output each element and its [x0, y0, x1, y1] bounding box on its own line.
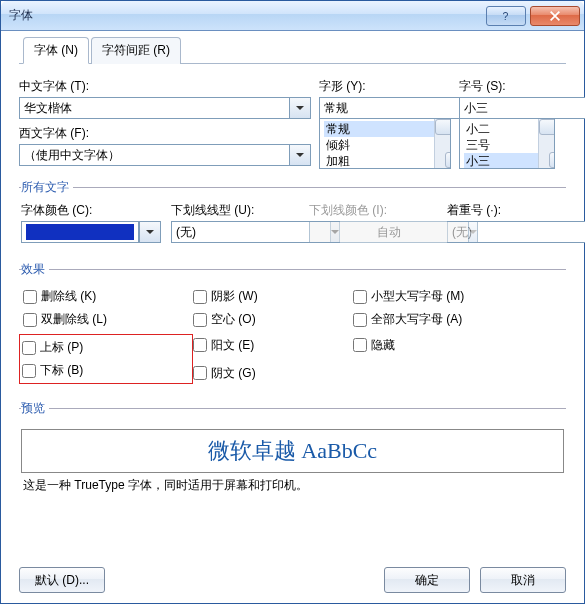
font-color-drop[interactable] — [139, 221, 161, 243]
underline-style-label: 下划线线型 (U): — [171, 202, 301, 219]
all-text-group: 所有文字 字体颜色 (C): 下划线线型 (U): — [19, 179, 566, 251]
shadow-checkbox[interactable]: 阴影 (W) — [193, 288, 353, 305]
chevron-up-icon — [554, 119, 555, 155]
size-listbox[interactable]: 小二 三号 小三 — [459, 119, 555, 169]
cn-font-input[interactable] — [19, 97, 289, 119]
svg-text:?: ? — [503, 9, 509, 21]
style-scrollbar[interactable] — [434, 119, 450, 168]
default-button[interactable]: 默认 (D)... — [19, 567, 105, 593]
underline-color-input — [309, 221, 468, 243]
west-font-input[interactable] — [19, 144, 289, 166]
smallcaps-checkbox[interactable]: 小型大写字母 (M) — [353, 288, 523, 305]
hidden-checkbox[interactable]: 隐藏 — [353, 334, 523, 356]
size-label: 字号 (S): — [459, 78, 555, 95]
color-sample — [26, 224, 134, 240]
close-button[interactable] — [530, 6, 580, 26]
engrave-checkbox[interactable]: 阴文 (G) — [193, 362, 353, 384]
chevron-down-icon — [469, 228, 477, 236]
font-description: 这是一种 TrueType 字体，同时适用于屏幕和打印机。 — [23, 477, 562, 494]
chevron-up-icon — [450, 119, 451, 155]
all-text-legend: 所有文字 — [21, 179, 73, 196]
superscript-checkbox[interactable]: 上标 (P) — [22, 339, 190, 356]
dialog-footer: 默认 (D)... 确定 取消 — [19, 567, 566, 593]
strike-checkbox[interactable]: 删除线 (K) — [23, 288, 193, 305]
style-listbox[interactable]: 常规 倾斜 加粗 — [319, 119, 451, 169]
cn-font-combo[interactable] — [19, 97, 311, 119]
scroll-down[interactable] — [445, 152, 451, 168]
effects-legend: 效果 — [21, 261, 49, 278]
style-input-wrap — [319, 97, 451, 119]
scroll-up[interactable] — [539, 119, 555, 135]
list-item[interactable]: 倾斜 — [324, 137, 446, 153]
close-icon — [548, 9, 562, 23]
preview-text: 微软卓越 AaBbCc — [208, 436, 377, 466]
cancel-button[interactable]: 取消 — [480, 567, 566, 593]
size-input[interactable] — [459, 97, 585, 119]
chevron-down-icon — [296, 104, 304, 112]
tab-font[interactable]: 字体 (N) — [23, 37, 89, 64]
preview-group: 预览 微软卓越 AaBbCc 这是一种 TrueType 字体，同时适用于屏幕和… — [19, 400, 566, 496]
underline-color-label: 下划线颜色 (I): — [309, 202, 439, 219]
dstrike-checkbox[interactable]: 双删除线 (L) — [23, 311, 193, 328]
emboss-checkbox[interactable]: 阳文 (E) — [193, 334, 353, 356]
dialog-title: 字体 — [9, 7, 482, 24]
west-font-combo[interactable] — [19, 144, 311, 166]
effects-group: 效果 删除线 (K) 阴影 (W) 小型大写字母 (M) 双删除线 (L) 空心… — [19, 261, 566, 390]
size-input-wrap — [459, 97, 555, 119]
tab-spacing[interactable]: 字符间距 (R) — [91, 37, 181, 64]
emphasis-label: 着重号 (·): — [447, 202, 547, 219]
cn-font-label: 中文字体 (T): — [19, 78, 311, 95]
scroll-up[interactable] — [435, 119, 451, 135]
font-color-combo[interactable] — [21, 221, 163, 243]
ok-button[interactable]: 确定 — [384, 567, 470, 593]
preview-legend: 预览 — [21, 400, 49, 417]
help-button[interactable]: ? — [486, 6, 526, 26]
help-icon: ? — [499, 9, 513, 23]
font-color-swatch — [21, 221, 139, 243]
chevron-down-icon — [146, 228, 154, 236]
subscript-checkbox[interactable]: 下标 (B) — [22, 362, 190, 379]
style-label: 字形 (Y): — [319, 78, 451, 95]
font-dialog: 字体 ? 字体 (N) 字符间距 (R) 中文字体 (T): 西文字体 (F): — [0, 0, 585, 604]
list-item[interactable]: 加粗 — [324, 153, 446, 169]
size-scrollbar[interactable] — [538, 119, 554, 168]
chevron-down-icon — [296, 151, 304, 159]
preview-box: 微软卓越 AaBbCc — [21, 429, 564, 473]
outline-checkbox[interactable]: 空心 (O) — [193, 311, 353, 328]
scroll-down[interactable] — [549, 152, 555, 168]
underline-color-combo — [309, 221, 439, 243]
underline-style-combo[interactable] — [171, 221, 301, 243]
underline-color-drop — [468, 221, 478, 243]
underline-style-input[interactable] — [171, 221, 330, 243]
style-input[interactable] — [319, 97, 479, 119]
tab-strip: 字体 (N) 字符间距 (R) — [19, 37, 566, 64]
west-font-drop[interactable] — [289, 144, 311, 166]
west-font-label: 西文字体 (F): — [19, 125, 311, 142]
titlebar: 字体 ? — [1, 1, 584, 31]
font-color-label: 字体颜色 (C): — [21, 202, 163, 219]
script-highlight-box: 上标 (P) 下标 (B) — [19, 334, 193, 384]
list-item[interactable]: 常规 — [324, 121, 446, 137]
cn-font-drop[interactable] — [289, 97, 311, 119]
allcaps-checkbox[interactable]: 全部大写字母 (A) — [353, 311, 523, 328]
